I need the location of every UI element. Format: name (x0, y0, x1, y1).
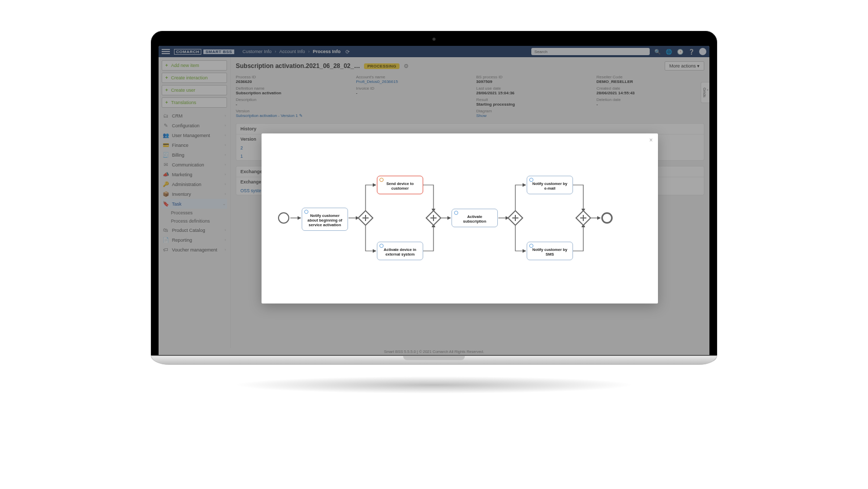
task-marker-icon (379, 244, 384, 248)
task-marker-icon (529, 178, 533, 182)
bpmn-modal: × (262, 133, 658, 303)
bpmn-task-activate-subscription[interactable]: Activate subscription (452, 209, 498, 227)
bpmn-task-notify-email[interactable]: Notify customer by e-mail (527, 176, 573, 194)
task-marker-icon (454, 211, 458, 215)
laptop-bezel: COMARCH SMART BSS Customer Info › Accoun… (151, 31, 717, 356)
bpmn-task-label: Send device to customer (387, 181, 414, 191)
bpmn-task-label: Activate subscription (463, 214, 486, 224)
bpmn-task-send-device[interactable]: Send device to customer (377, 176, 423, 194)
bpmn-end-event[interactable] (601, 212, 613, 224)
bpmn-diagram: Notify customer about beginning of servi… (269, 141, 651, 296)
bpmn-task-activate-device[interactable]: Activate device in external system (377, 242, 423, 260)
user-task-icon (379, 178, 384, 182)
laptop-frame: COMARCH SMART BSS Customer Info › Accoun… (151, 31, 717, 394)
bpmn-start-event[interactable] (278, 212, 289, 224)
bpmn-task-label: Notify customer by e-mail (532, 181, 567, 191)
laptop-shadow (233, 376, 635, 394)
stage: COMARCH SMART BSS Customer Info › Accoun… (0, 0, 868, 489)
bpmn-task-label: Notify customer about beginning of servi… (307, 213, 342, 227)
bpmn-task-notify-sms[interactable]: Notify customer by SMS (527, 242, 573, 260)
app-screen: COMARCH SMART BSS Customer Info › Accoun… (159, 46, 709, 355)
task-marker-icon (304, 210, 308, 214)
laptop-base (151, 356, 717, 365)
task-marker-icon (529, 244, 533, 248)
bpmn-task-label: Notify customer by SMS (532, 247, 567, 257)
bpmn-task-label: Activate device in external system (384, 247, 416, 257)
laptop-camera (432, 38, 436, 41)
bpmn-task-notify-start[interactable]: Notify customer about beginning of servi… (302, 208, 348, 231)
